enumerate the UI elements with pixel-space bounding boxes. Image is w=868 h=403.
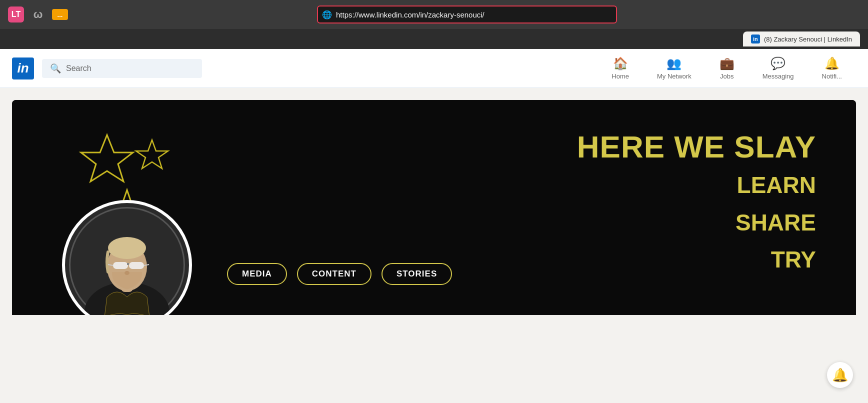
banner-subtext-try: TRY <box>577 244 816 276</box>
linkedin-logo: in <box>12 58 34 80</box>
tab-bar: in (8) Zackary Senouci | LinkedIn <box>0 29 868 49</box>
banner-pill-media[interactable]: MEDIA <box>227 263 287 285</box>
nav-label-home: Home <box>612 72 629 80</box>
svg-marker-2 <box>136 140 168 168</box>
svg-rect-7 <box>113 262 128 269</box>
search-icon: 🔍 <box>50 63 61 74</box>
jobs-icon: 💼 <box>720 56 734 70</box>
nav-item-jobs[interactable]: 💼 Jobs <box>706 56 748 80</box>
home-icon: 🏠 <box>613 56 628 70</box>
notifications-icon: 🔔 <box>824 56 840 70</box>
active-tab[interactable]: in (8) Zackary Senouci | LinkedIn <box>743 32 860 46</box>
linkedin-nav: in 🔍 Search 🏠 Home 👥 My Network 💼 Jobs 💬… <box>0 49 868 88</box>
extension-lt[interactable]: LT <box>8 6 24 22</box>
extension-dots[interactable]: ... <box>52 9 68 20</box>
banner-subtext-share: SHARE <box>577 206 816 238</box>
banner-pill-stories[interactable]: STORIES <box>382 263 452 285</box>
nav-label-jobs: Jobs <box>720 72 734 80</box>
globe-icon: 🌐 <box>322 10 332 20</box>
url-bar-wrapper: 🌐 https://www.linkedin.com/in/zackary-se… <box>317 6 617 24</box>
nav-label-notifications: Notifi... <box>822 72 842 80</box>
linkedin-favicon: in <box>751 34 760 44</box>
extension-wordtune[interactable]: ω <box>30 6 46 22</box>
nav-label-messaging: Messaging <box>762 72 794 80</box>
tab-title: (8) Zackary Senouci | LinkedIn <box>764 36 852 43</box>
search-bar[interactable]: 🔍 Search <box>42 59 202 78</box>
profile-area: MEDIA CONTENT STORIES HERE WE SLAY LEARN… <box>0 88 868 315</box>
banner-text-block: HERE WE SLAY LEARN SHARE TRY <box>577 130 816 276</box>
banner-subtext-learn: LEARN <box>577 169 816 201</box>
nav-label-my-network: My Network <box>657 72 692 80</box>
nav-item-my-network[interactable]: 👥 My Network <box>643 56 706 80</box>
my-network-icon: 👥 <box>666 56 682 70</box>
url-bar[interactable]: https://www.linkedin.com/in/zackary-seno… <box>317 6 617 24</box>
profile-avatar <box>62 200 192 315</box>
nav-items: 🏠 Home 👥 My Network 💼 Jobs 💬 Messaging 🔔… <box>598 56 856 80</box>
nav-item-messaging[interactable]: 💬 Messaging <box>748 56 808 80</box>
browser-chrome: LT ω ... 🌐 https://www.linkedin.com/in/z… <box>0 0 868 29</box>
svg-rect-8 <box>127 263 129 265</box>
profile-banner: MEDIA CONTENT STORIES HERE WE SLAY LEARN… <box>12 100 856 315</box>
nav-item-home[interactable]: 🏠 Home <box>598 56 643 80</box>
svg-point-6 <box>108 237 146 259</box>
banner-pill-content[interactable]: CONTENT <box>297 263 372 285</box>
banner-headline: HERE WE SLAY <box>577 130 816 164</box>
search-placeholder: Search <box>66 64 92 73</box>
profile-avatar-wrapper <box>62 200 192 315</box>
nav-item-notifications[interactable]: 🔔 Notifi... <box>808 56 856 80</box>
svg-marker-0 <box>81 135 133 182</box>
svg-rect-9 <box>129 262 144 269</box>
messaging-icon: 💬 <box>770 56 786 70</box>
url-text: https://www.linkedin.com/in/zackary-seno… <box>336 10 484 19</box>
banner-pills: MEDIA CONTENT STORIES <box>227 263 452 285</box>
